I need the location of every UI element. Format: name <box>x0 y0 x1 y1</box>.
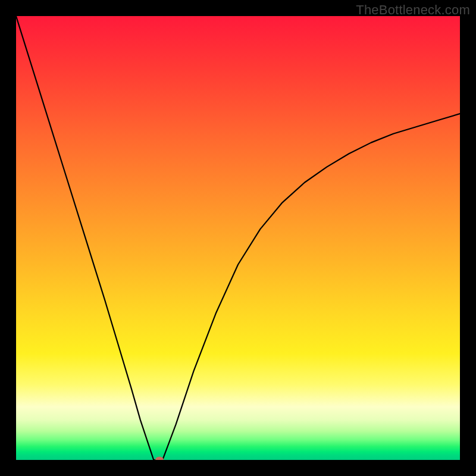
curve-path <box>16 16 460 460</box>
optimal-point-marker <box>155 457 164 461</box>
chart-frame: TheBottleneck.com <box>0 0 476 476</box>
plot-area <box>16 16 460 460</box>
bottleneck-curve <box>16 16 460 460</box>
watermark-text: TheBottleneck.com <box>356 2 470 18</box>
